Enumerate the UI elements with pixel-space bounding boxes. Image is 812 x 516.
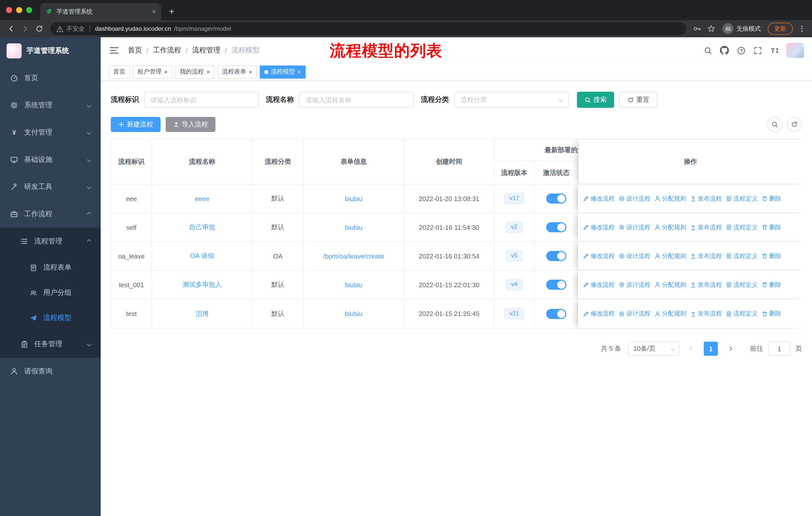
reset-button[interactable]: 重置 bbox=[619, 92, 658, 108]
breadcrumb-item[interactable]: 流程管理 bbox=[192, 46, 221, 55]
tab-close-icon[interactable]: × bbox=[152, 8, 156, 15]
next-page-button[interactable] bbox=[723, 342, 737, 356]
delete-link[interactable]: 删除 bbox=[762, 223, 781, 232]
sidebar-item-workflow[interactable]: 工作流程 bbox=[0, 200, 101, 228]
delete-link[interactable]: 删除 bbox=[762, 194, 781, 203]
sidebar-item-infra[interactable]: 基础设施 bbox=[0, 146, 101, 173]
update-button[interactable]: 更新 bbox=[768, 23, 793, 35]
active-toggle[interactable] bbox=[546, 280, 566, 290]
forward-icon[interactable] bbox=[18, 22, 32, 36]
close-icon[interactable]: × bbox=[206, 69, 210, 75]
publish-process-link[interactable]: 发布流程 bbox=[690, 223, 722, 232]
modify-process-link[interactable]: 修改流程 bbox=[583, 194, 615, 203]
sidebar-item-task-mgmt[interactable]: 任务管理 bbox=[0, 331, 101, 358]
star-icon[interactable] bbox=[704, 22, 718, 36]
design-process-link[interactable]: 设计流程 bbox=[619, 252, 650, 260]
process-name-input[interactable] bbox=[299, 92, 414, 108]
modify-process-link[interactable]: 修改流程 bbox=[583, 280, 615, 289]
help-icon[interactable]: ? bbox=[736, 46, 746, 55]
delete-link[interactable]: 删除 bbox=[762, 280, 781, 289]
delete-link[interactable]: 删除 bbox=[762, 252, 781, 260]
close-icon[interactable]: × bbox=[297, 69, 301, 75]
active-toggle[interactable] bbox=[546, 309, 566, 319]
design-process-link[interactable]: 设计流程 bbox=[619, 223, 650, 232]
font-size-icon[interactable]: T bbox=[770, 46, 779, 55]
design-process-link[interactable]: 设计流程 bbox=[619, 280, 650, 289]
github-icon[interactable] bbox=[720, 46, 729, 55]
close-icon[interactable]: × bbox=[164, 69, 168, 75]
back-icon[interactable] bbox=[4, 22, 18, 36]
process-name-link[interactable]: 测试多审批人 bbox=[182, 280, 222, 289]
close-icon[interactable]: × bbox=[249, 69, 252, 75]
sidebar-item-process-mgmt[interactable]: 流程管理 bbox=[0, 228, 101, 255]
tag-my-process[interactable]: 我的流程× bbox=[175, 65, 214, 78]
sidebar-item-devtools[interactable]: 研发工具 bbox=[0, 173, 101, 200]
goto-page-input[interactable] bbox=[768, 342, 790, 356]
sidebar-item-leave-query[interactable]: 请假查询 bbox=[0, 358, 101, 385]
kebab-menu-icon[interactable] bbox=[796, 23, 808, 35]
process-definition-link[interactable]: 流程定义 bbox=[726, 252, 758, 260]
form-info-link[interactable]: biubiu bbox=[345, 310, 362, 318]
process-definition-link[interactable]: 流程定义 bbox=[726, 223, 758, 232]
sidebar-item-user-group[interactable]: 用户分组 bbox=[0, 280, 101, 305]
process-key-input[interactable] bbox=[144, 92, 259, 108]
modify-process-link[interactable]: 修改流程 bbox=[583, 223, 615, 232]
process-definition-link[interactable]: 流程定义 bbox=[726, 280, 758, 289]
import-process-button[interactable]: 导入流程 bbox=[166, 117, 215, 132]
search-button[interactable]: 搜索 bbox=[577, 92, 614, 108]
toggle-search-button[interactable] bbox=[767, 117, 782, 132]
fullscreen-icon[interactable] bbox=[753, 46, 762, 55]
form-info-link[interactable]: biubiu bbox=[345, 195, 362, 202]
tag-process-model[interactable]: 流程模型× bbox=[260, 65, 306, 78]
category-select[interactable]: 流程分类 bbox=[454, 92, 569, 108]
search-icon[interactable] bbox=[703, 46, 712, 55]
active-toggle[interactable] bbox=[546, 251, 566, 261]
close-window-button[interactable] bbox=[6, 7, 12, 13]
publish-process-link[interactable]: 发布流程 bbox=[690, 194, 722, 203]
form-info-link[interactable]: biubiu bbox=[345, 223, 362, 231]
sidebar-item-payment[interactable]: ¥ 支付管理 bbox=[0, 119, 101, 146]
design-process-link[interactable]: 设计流程 bbox=[619, 309, 650, 318]
assign-rule-link[interactable]: 分配规则 bbox=[655, 194, 686, 203]
tag-home[interactable]: 首页 bbox=[109, 65, 130, 78]
process-definition-link[interactable]: 流程定义 bbox=[726, 194, 758, 203]
sidebar-item-process-model[interactable]: 流程模型 bbox=[0, 305, 101, 331]
browser-tab[interactable]: 芋道管理系统 × bbox=[40, 3, 161, 20]
prev-page-button[interactable] bbox=[685, 342, 699, 356]
refresh-button[interactable] bbox=[787, 117, 802, 132]
publish-process-link[interactable]: 发布流程 bbox=[690, 309, 722, 318]
page-size-select[interactable]: 10条/页 bbox=[628, 342, 679, 356]
breadcrumb-item[interactable]: 工作流程 bbox=[153, 46, 181, 55]
process-name-link[interactable]: OA 请假 bbox=[190, 251, 214, 261]
sidebar-item-process-form[interactable]: 流程表单 bbox=[0, 255, 101, 280]
minimize-window-button[interactable] bbox=[16, 7, 22, 13]
process-definition-link[interactable]: 流程定义 bbox=[726, 309, 758, 318]
zoom-window-button[interactable] bbox=[26, 7, 32, 13]
sidebar-logo[interactable]: 芋道管理系统 bbox=[0, 37, 101, 64]
create-process-button[interactable]: 新建流程 bbox=[111, 117, 161, 132]
sidebar-item-system[interactable]: 系统管理 bbox=[0, 92, 101, 119]
new-tab-button[interactable]: + bbox=[164, 4, 179, 19]
modify-process-link[interactable]: 修改流程 bbox=[583, 309, 615, 318]
active-toggle[interactable] bbox=[546, 193, 566, 203]
page-1-button[interactable]: 1 bbox=[704, 342, 718, 356]
form-info-link[interactable]: biubiu bbox=[345, 281, 362, 289]
active-toggle[interactable] bbox=[546, 222, 566, 232]
breadcrumb-item[interactable]: 首页 bbox=[128, 46, 142, 55]
assign-rule-link[interactable]: 分配规则 bbox=[655, 223, 686, 232]
tag-tenant[interactable]: 租户管理× bbox=[133, 65, 172, 78]
publish-process-link[interactable]: 发布流程 bbox=[690, 252, 722, 260]
modify-process-link[interactable]: 修改流程 bbox=[583, 252, 615, 260]
form-info-link[interactable]: /bpm/oa/leave/create bbox=[323, 252, 384, 260]
sidebar-item-home[interactable]: 首页 bbox=[0, 64, 101, 92]
process-name-link[interactable]: eeee bbox=[195, 195, 209, 202]
process-name-link[interactable]: 滔博 bbox=[196, 309, 209, 318]
process-name-link[interactable]: 自己审批 bbox=[189, 223, 215, 232]
tag-process-form[interactable]: 流程表单× bbox=[218, 65, 257, 78]
key-icon[interactable] bbox=[690, 22, 704, 36]
assign-rule-link[interactable]: 分配规则 bbox=[655, 280, 686, 289]
assign-rule-link[interactable]: 分配规则 bbox=[655, 252, 686, 260]
address-bar[interactable]: 不安全 dashboard.yudao.iocoder.cn/bpm/manag… bbox=[50, 22, 686, 35]
hamburger-icon[interactable] bbox=[109, 45, 120, 56]
reload-icon[interactable] bbox=[32, 22, 46, 36]
